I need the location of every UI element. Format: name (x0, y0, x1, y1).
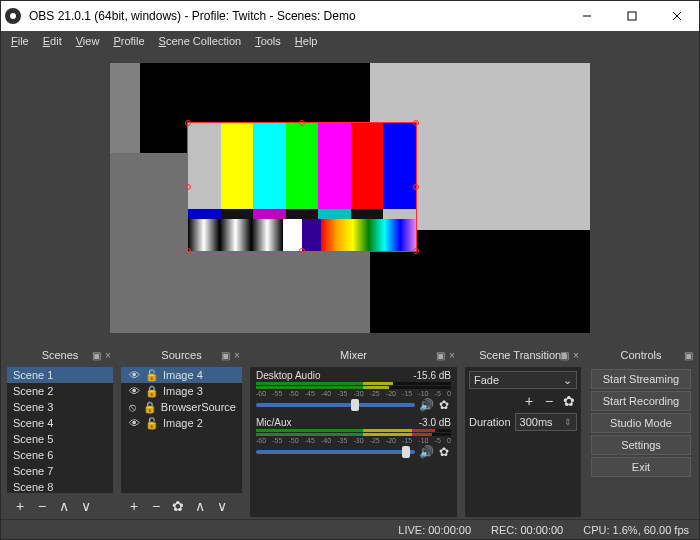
mixer-channel-micaux: Mic/Aux-3.0 dB -60-55-50-45-40-35-30-25-… (250, 414, 457, 461)
slider-thumb[interactable] (402, 446, 410, 458)
source-up-button[interactable]: ∧ (193, 499, 207, 513)
resize-handle[interactable] (299, 248, 305, 254)
menu-profile[interactable]: Profile (107, 34, 150, 48)
scene-down-button[interactable]: ∨ (79, 499, 93, 513)
sources-list[interactable]: 👁🔓Image 4👁🔒Image 3⦸🔒BrowserSource👁🔓Image… (121, 367, 242, 493)
duration-input[interactable]: 300ms ⇕ (515, 413, 577, 431)
scene-row[interactable]: Scene 2 (7, 383, 113, 399)
add-transition-button[interactable]: + (521, 393, 537, 409)
scene-row[interactable]: Scene 6 (7, 447, 113, 463)
controls-header[interactable]: Controls ▣ (587, 345, 695, 365)
close-panel-icon[interactable]: × (232, 350, 242, 360)
source-row[interactable]: 👁🔓Image 4 (121, 367, 242, 383)
unlock-icon[interactable]: 🔓 (145, 417, 159, 430)
lock-icon[interactable]: 🔒 (143, 401, 157, 414)
gear-icon[interactable]: ✿ (437, 445, 451, 459)
scene-row[interactable]: Scene 7 (7, 463, 113, 479)
unlock-icon[interactable]: 🔓 (145, 369, 159, 382)
maximize-button[interactable] (609, 1, 654, 31)
sources-header[interactable]: Sources ▣× (119, 345, 244, 365)
mixer-panel: Mixer ▣× Desktop Audio-15.6 dB -60-55-50… (248, 345, 459, 519)
eye-icon[interactable]: 👁 (127, 385, 141, 397)
resize-handle[interactable] (185, 248, 191, 254)
scenes-list[interactable]: Scene 1Scene 2Scene 3Scene 4Scene 5Scene… (7, 367, 113, 493)
speaker-icon[interactable]: 🔊 (419, 398, 433, 412)
menu-file[interactable]: File (5, 34, 35, 48)
menu-scene-collection[interactable]: Scene Collection (153, 34, 248, 48)
close-panel-icon[interactable]: × (447, 350, 457, 360)
popout-icon[interactable]: ▣ (435, 350, 445, 360)
settings-button[interactable]: Settings (591, 435, 691, 455)
titlebar[interactable]: OBS 21.0.1 (64bit, windows) - Profile: T… (1, 1, 699, 31)
studio-mode-button[interactable]: Studio Mode (591, 413, 691, 433)
scene-row[interactable]: Scene 8 (7, 479, 113, 493)
vu-meter (256, 433, 451, 436)
panel-title: Scene Transitions (479, 349, 566, 361)
remove-scene-button[interactable]: − (35, 499, 49, 513)
selected-source[interactable] (188, 123, 416, 251)
resize-handle[interactable] (185, 120, 191, 126)
gear-icon[interactable]: ✿ (437, 398, 451, 412)
preview-area[interactable] (1, 51, 699, 345)
source-row[interactable]: 👁🔒Image 3 (121, 383, 242, 399)
transitions-header[interactable]: Scene Transitions ▣× (463, 345, 583, 365)
lock-icon[interactable]: 🔒 (145, 385, 159, 398)
add-source-button[interactable]: + (127, 499, 141, 513)
menu-help[interactable]: Help (289, 34, 324, 48)
minimize-button[interactable] (564, 1, 609, 31)
mixer-channel-desktop: Desktop Audio-15.6 dB -60-55-50-45-40-35… (250, 367, 457, 414)
scene-row[interactable]: Scene 3 (7, 399, 113, 415)
add-scene-button[interactable]: + (13, 499, 27, 513)
volume-slider[interactable] (256, 450, 415, 454)
source-props-button[interactable]: ✿ (171, 499, 185, 513)
meter-ticks: -60-55-50-45-40-35-30-25-20-15-10-50 (256, 390, 451, 397)
close-button[interactable] (654, 1, 699, 31)
duration-label: Duration (469, 416, 511, 428)
volume-slider[interactable] (256, 403, 415, 407)
source-row[interactable]: ⦸🔒BrowserSource (121, 399, 242, 415)
popout-icon[interactable]: ▣ (91, 350, 101, 360)
scene-up-button[interactable]: ∧ (57, 499, 71, 513)
start-recording-button[interactable]: Start Recording (591, 391, 691, 411)
close-panel-icon[interactable]: × (103, 350, 113, 360)
resize-handle[interactable] (413, 120, 419, 126)
eye-icon[interactable]: 👁 (127, 369, 141, 381)
menu-view[interactable]: View (70, 34, 106, 48)
preview-canvas[interactable] (110, 63, 590, 333)
resize-handle[interactable] (413, 248, 419, 254)
menu-tools[interactable]: Tools (249, 34, 287, 48)
scene-row[interactable]: Scene 4 (7, 415, 113, 431)
channel-level: -3.0 dB (419, 417, 451, 428)
spinner-icon[interactable]: ⇕ (564, 417, 572, 427)
eye-off-icon[interactable]: ⦸ (127, 401, 139, 414)
transition-value: Fade (474, 374, 499, 386)
source-down-button[interactable]: ∨ (215, 499, 229, 513)
source-row[interactable]: 👁🔓Image 2 (121, 415, 242, 431)
meter-ticks: -60-55-50-45-40-35-30-25-20-15-10-50 (256, 437, 451, 444)
remove-transition-button[interactable]: − (541, 393, 557, 409)
mixer-header[interactable]: Mixer ▣× (248, 345, 459, 365)
start-streaming-button[interactable]: Start Streaming (591, 369, 691, 389)
resize-handle[interactable] (413, 184, 419, 190)
close-panel-icon[interactable]: × (571, 350, 581, 360)
vu-meter (256, 386, 451, 389)
eye-icon[interactable]: 👁 (127, 417, 141, 429)
popout-icon[interactable]: ▣ (683, 350, 693, 360)
transition-select[interactable]: Fade ⌄ (469, 371, 577, 389)
popout-icon[interactable]: ▣ (559, 350, 569, 360)
exit-button[interactable]: Exit (591, 457, 691, 477)
scene-row[interactable]: Scene 1 (7, 367, 113, 383)
remove-source-button[interactable]: − (149, 499, 163, 513)
speaker-icon[interactable]: 🔊 (419, 445, 433, 459)
source-name: Image 4 (163, 369, 203, 381)
scene-row[interactable]: Scene 5 (7, 431, 113, 447)
vu-meter (256, 382, 451, 385)
slider-thumb[interactable] (351, 399, 359, 411)
resize-handle[interactable] (185, 184, 191, 190)
menu-edit[interactable]: Edit (37, 34, 68, 48)
scenes-header[interactable]: Scenes ▣× (5, 345, 115, 365)
popout-icon[interactable]: ▣ (220, 350, 230, 360)
resize-handle[interactable] (299, 120, 305, 126)
mixer-body: Desktop Audio-15.6 dB -60-55-50-45-40-35… (250, 367, 457, 517)
transition-props-button[interactable]: ✿ (561, 393, 577, 409)
